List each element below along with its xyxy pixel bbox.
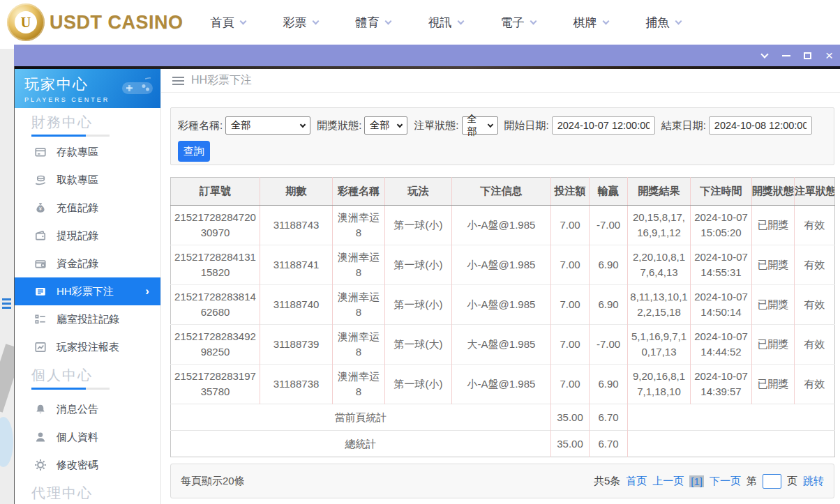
deposit-card-icon (34, 146, 47, 158)
sidebar-item-change-password[interactable]: 修改密碼 (15, 451, 160, 479)
col-draw-status: 開獎狀態 (752, 178, 795, 206)
col-order-id: 訂單號 (171, 178, 260, 206)
draw-status-label: 開獎狀態: (317, 119, 361, 132)
chevron-down-icon (760, 50, 768, 58)
grand-winloss-total: 6.70 (590, 431, 628, 457)
lottery-ticket-icon (34, 285, 47, 298)
funds-icon (34, 257, 47, 270)
chevron-down-icon (602, 17, 609, 24)
sidebar-item-hall-bet-records[interactable]: 廳室投註記錄 (15, 305, 160, 333)
window-maximize-button[interactable] (797, 45, 818, 66)
bell-icon (34, 403, 47, 415)
user-icon (34, 431, 47, 443)
lottery-name-label: 彩種名稱: (178, 119, 223, 132)
order-status-select[interactable]: 全部 (462, 116, 498, 135)
col-period: 期數 (260, 178, 333, 206)
withdraw-coins-icon (34, 174, 47, 186)
window-close-button[interactable]: × (818, 45, 840, 66)
table-footer: 每頁顯示20條 共5条 首页 上一页 [1] 下一页 第 页 跳转 (170, 464, 834, 498)
sidebar-item-withdraw-record[interactable]: 提現記錄 (15, 222, 160, 250)
brand-badge-icon: U (7, 3, 45, 41)
nav-item-cards[interactable]: 棋牌 (555, 15, 627, 31)
moneybag-icon: ¥ (34, 201, 47, 214)
col-bet-time: 下注時間 (691, 178, 752, 206)
sidebar-item-deposit[interactable]: 存款專區 (15, 138, 160, 166)
hall-list-icon (34, 313, 47, 326)
player-center-window: 玩家中心 PLAYERS CENTER 財務中心 存款專區 取款專區 (14, 66, 840, 504)
sidebar-item-hh-lottery-bets[interactable]: HH彩票下注 › (15, 277, 160, 305)
page-summary-row: 當前頁統計 35.00 6.70 (171, 404, 835, 431)
nav-item-live[interactable]: 視訊 (410, 15, 482, 31)
jump-prefix-label: 第 (747, 475, 757, 488)
chevron-down-icon (384, 17, 391, 24)
sidebar-item-withdraw[interactable]: 取款專區 (15, 166, 160, 194)
search-button[interactable]: 查詢 (178, 141, 210, 162)
chevron-down-icon (488, 121, 493, 127)
brand-logo[interactable]: U USDT CASINO (7, 3, 183, 41)
end-date-input[interactable] (709, 116, 812, 135)
background-decoration (0, 344, 14, 412)
sidebar-item-funds-record[interactable]: 資金記錄 (15, 250, 160, 277)
sidebar-header: 玩家中心 PLAYERS CENTER (15, 69, 160, 108)
brand-badge-letter: U (15, 11, 37, 33)
col-lottery-name: 彩種名稱 (333, 178, 385, 206)
chevron-down-icon (239, 17, 246, 24)
col-win-loss: 輸贏 (590, 178, 628, 206)
sidebar-item-recharge-record[interactable]: ¥ 充值記錄 (15, 194, 160, 222)
site-navbar: U USDT CASINO 首頁 彩票 體育 視訊 電子 棋牌 捕魚 (0, 0, 840, 45)
page-size-text: 每頁顯示20條 (181, 475, 245, 488)
grand-bet-total: 35.00 (551, 431, 590, 457)
col-bet-info: 下注信息 (452, 178, 551, 206)
sidebar-item-profile[interactable]: 個人資料 (15, 423, 160, 451)
lottery-name-select[interactable]: 全部 (225, 116, 310, 135)
chevron-down-icon (457, 17, 464, 24)
window-minimize-button[interactable] (775, 45, 797, 66)
chevron-down-icon (530, 17, 537, 24)
close-icon: × (825, 49, 833, 62)
chevron-down-icon (300, 121, 306, 127)
window-collapse-button[interactable] (753, 45, 775, 66)
next-page-link[interactable]: 下一页 (710, 475, 741, 488)
nav-item-lottery[interactable]: 彩票 (264, 15, 337, 31)
section-title: 代理中心 (31, 484, 160, 501)
main-menu: 首頁 彩票 體育 視訊 電子 棋牌 捕魚 (192, 15, 700, 31)
nav-item-slots[interactable]: 電子 (482, 15, 555, 31)
chevron-down-icon (675, 17, 682, 24)
background-decoration (2, 298, 11, 311)
end-date-label: 結束日期: (661, 119, 706, 132)
order-status-label: 注單狀態: (414, 119, 458, 132)
nav-item-sports[interactable]: 體育 (337, 15, 410, 31)
section-title: 財務中心 (31, 114, 160, 130)
sidebar-item-announcements[interactable]: 消息公告 (15, 395, 160, 423)
gamepad-icon (120, 76, 155, 100)
sidebar-item-player-bet-report[interactable]: 玩家投注報表 (15, 333, 160, 361)
hamburger-menu-icon[interactable] (172, 77, 184, 85)
table-header-row: 訂單號 期數 彩種名稱 玩法 下注信息 投注額 輸贏 開獎結果 下注時間 開獎狀… (171, 178, 835, 206)
jump-button[interactable]: 跳转 (803, 475, 824, 488)
current-page-indicator: [1] (689, 475, 704, 487)
minimize-icon (782, 55, 790, 56)
grand-summary-label: 總統計 (171, 431, 551, 457)
maximize-icon (804, 52, 811, 59)
nav-item-home[interactable]: 首頁 (192, 15, 264, 31)
start-date-input[interactable] (552, 116, 655, 135)
first-page-link[interactable]: 首页 (626, 475, 647, 488)
sidebar-section-personal: 個人中心 (15, 361, 160, 390)
background-decoration (0, 417, 13, 467)
nav-item-fishing[interactable]: 捕魚 (627, 15, 700, 31)
chevron-down-icon (312, 17, 319, 24)
col-bet-amount: 投注額 (551, 178, 590, 206)
content-area: HH彩票下注 彩種名稱: 全部 開獎狀態: 全部 注單狀態: (161, 69, 840, 504)
breadcrumb: HH彩票下注 (161, 69, 840, 93)
window-titlebar: × (14, 45, 840, 66)
jump-page-input[interactable] (763, 474, 781, 489)
table-row: 215217282834929825031188739澳洲幸运8第一球(大)大-… (171, 325, 835, 365)
prev-page-link[interactable]: 上一页 (652, 475, 684, 488)
page-winloss-total: 6.70 (590, 404, 628, 431)
page-summary-label: 當前頁統計 (171, 404, 551, 431)
jump-suffix-label: 页 (787, 475, 797, 488)
col-draw-result: 開獎結果 (628, 178, 691, 206)
draw-status-select[interactable]: 全部 (364, 116, 407, 135)
start-date-label: 開始日期: (504, 119, 549, 132)
section-underline (31, 135, 110, 137)
